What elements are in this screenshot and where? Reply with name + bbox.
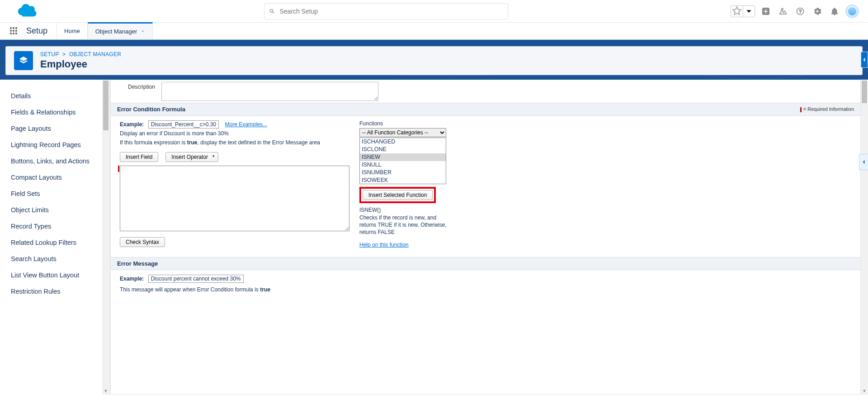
content: Description Error Condition Formula = Re… — [110, 80, 861, 395]
user-avatar[interactable] — [845, 5, 859, 18]
more-examples-link[interactable]: More Examples... — [225, 121, 267, 128]
crumb-om[interactable]: OBJECT MANAGER — [69, 51, 121, 57]
salesforce-logo — [14, 4, 38, 19]
required-indicator — [118, 166, 119, 172]
sidebar-item-details[interactable]: Details — [0, 88, 109, 104]
example-box: Discount_Percent__c>0.30 — [148, 120, 219, 129]
error-hint: This message will appear when Error Cond… — [120, 286, 851, 293]
sidebar-item-recordtypes[interactable]: Record Types — [0, 218, 109, 234]
tab-object-manager[interactable]: Object Manager — [88, 22, 153, 39]
global-header: ? — [0, 0, 868, 23]
required-info: = Required Information — [800, 106, 854, 112]
insert-function-highlight: Insert Selected Function — [359, 187, 436, 203]
tab-home[interactable]: Home — [57, 23, 88, 39]
function-category-select[interactable]: -- All Function Categories -- — [359, 128, 446, 137]
notifications-button[interactable] — [828, 6, 841, 16]
crumb-sep: > — [62, 51, 66, 57]
object-icon — [14, 51, 33, 70]
function-description: Checks if the record is new, and returns… — [359, 214, 448, 236]
salesforce-help-button[interactable] — [777, 6, 789, 16]
formula-buttons: Insert Field Insert Operator — [120, 152, 350, 162]
sidebar-item-page-layouts[interactable]: Page Layouts — [0, 120, 109, 137]
svg-text:?: ? — [799, 9, 802, 14]
search-box[interactable] — [264, 3, 508, 19]
fn-opt-3[interactable]: ISNULL — [360, 161, 446, 169]
search-wrap — [42, 3, 731, 19]
formula-input[interactable] — [120, 166, 349, 231]
setup-gear-button[interactable] — [811, 6, 824, 16]
setup-title: Setup — [23, 23, 57, 39]
header-icons: ? — [731, 5, 859, 18]
fn-opt-2[interactable]: ISNEW — [360, 153, 446, 161]
main: Details Fields & Relationships Page Layo… — [0, 80, 868, 395]
function-help-link[interactable]: Help on this function — [359, 242, 409, 248]
if-bold: true — [187, 139, 198, 146]
section-formula-title: Error Condition Formula — [117, 106, 185, 113]
banner-text: SETUP > OBJECT MANAGER Employee — [40, 51, 121, 70]
description-row: Description — [111, 80, 860, 103]
fn-opt-0[interactable]: ISCHANGED — [360, 138, 446, 146]
content-scrollbar[interactable]: ▲ ▼ — [861, 80, 868, 395]
search-icon — [269, 8, 275, 14]
insert-selected-function-button[interactable]: Insert Selected Function — [363, 190, 433, 200]
sidebar-item-lookup[interactable]: Related Lookup Filters — [0, 234, 109, 251]
sidebar-item-limits[interactable]: Object Limits — [0, 202, 109, 218]
question-icon: ? — [796, 7, 805, 16]
expand-right-tab[interactable] — [861, 52, 868, 68]
star-icon — [731, 5, 743, 17]
scroll-down-icon[interactable]: ▼ — [861, 387, 868, 395]
if-expl: If this formula expression is true, disp… — [120, 139, 350, 146]
scroll-thumb[interactable] — [103, 81, 108, 130]
section-error-header: Error Message — [111, 257, 860, 270]
if-suffix: , display the text defined in the Error … — [197, 139, 320, 146]
fn-opt-1[interactable]: ISCLONE — [360, 146, 446, 153]
gear-icon — [813, 7, 822, 16]
app-launcher[interactable] — [5, 23, 23, 39]
scroll-thumb[interactable] — [862, 81, 867, 103]
example-row: Example: Discount_Percent__c>0.30 More E… — [120, 120, 350, 129]
sidebar-item-lrp[interactable]: Lightning Record Pages — [0, 137, 109, 153]
add-button[interactable] — [760, 6, 772, 16]
sidebar-item-fieldsets[interactable]: Field Sets — [0, 186, 109, 202]
breadcrumb: SETUP > OBJECT MANAGER — [40, 51, 121, 57]
error-hint-bold: true — [260, 286, 270, 293]
sidebar-item-search[interactable]: Search Layouts — [0, 251, 109, 267]
sidebar-wrap: Details Fields & Relationships Page Layo… — [0, 80, 110, 395]
sidebar-item-buttons[interactable]: Buttons, Links, and Actions — [0, 153, 109, 169]
crumb-setup[interactable]: SETUP — [40, 51, 59, 57]
waffle-icon — [10, 27, 17, 34]
favorites-button[interactable] — [731, 5, 755, 17]
formula-wrap — [120, 166, 350, 233]
formula-left: Example: Discount_Percent__c>0.30 More E… — [120, 120, 350, 248]
side-collapse-tab[interactable] — [859, 154, 868, 170]
fn-opt-4[interactable]: ISNUMBER — [360, 169, 446, 176]
sidebar-item-compact[interactable]: Compact Layouts — [0, 169, 109, 186]
nav-bar: Setup Home Object Manager — [0, 23, 868, 40]
sidebar-scrollbar[interactable]: ▲ ▼ — [102, 80, 109, 395]
scroll-down-icon[interactable]: ▼ — [102, 387, 109, 395]
function-list[interactable]: ISCHANGED ISCLONE ISNEW ISNULL ISNUMBER … — [359, 138, 446, 184]
tab-home-label: Home — [64, 28, 80, 34]
trailhead-icon — [778, 7, 788, 16]
sidebar-item-fields[interactable]: Fields & Relationships — [0, 104, 109, 120]
sidebar: Details Fields & Relationships Page Layo… — [0, 80, 109, 395]
description-input[interactable] — [161, 82, 378, 101]
help-button[interactable]: ? — [794, 6, 807, 16]
insert-operator-button[interactable]: Insert Operator — [165, 152, 218, 162]
error-example-box: Discount percent cannot exceed 30% — [148, 275, 244, 283]
sidebar-item-restriction[interactable]: Restriction Rules — [0, 283, 109, 300]
fn-opt-5[interactable]: ISOWEEK — [360, 176, 446, 184]
insert-field-button[interactable]: Insert Field — [120, 152, 158, 162]
banner-card: SETUP > OBJECT MANAGER Employee — [5, 46, 863, 75]
sidebar-item-listview[interactable]: List View Button Layout — [0, 267, 109, 283]
formula-area: Example: Discount_Percent__c>0.30 More E… — [111, 116, 860, 257]
functions-label: Functions — [359, 120, 448, 127]
required-info-text: = Required Information — [803, 106, 854, 112]
bell-icon — [830, 7, 839, 16]
error-example-label: Example: — [120, 276, 144, 282]
check-syntax-button[interactable]: Check Syntax — [120, 237, 165, 247]
page-title: Employee — [40, 58, 121, 70]
function-signature: ISNEW() — [359, 207, 448, 213]
section-formula-header: Error Condition Formula = Required Infor… — [111, 103, 860, 116]
search-input[interactable] — [279, 8, 503, 15]
